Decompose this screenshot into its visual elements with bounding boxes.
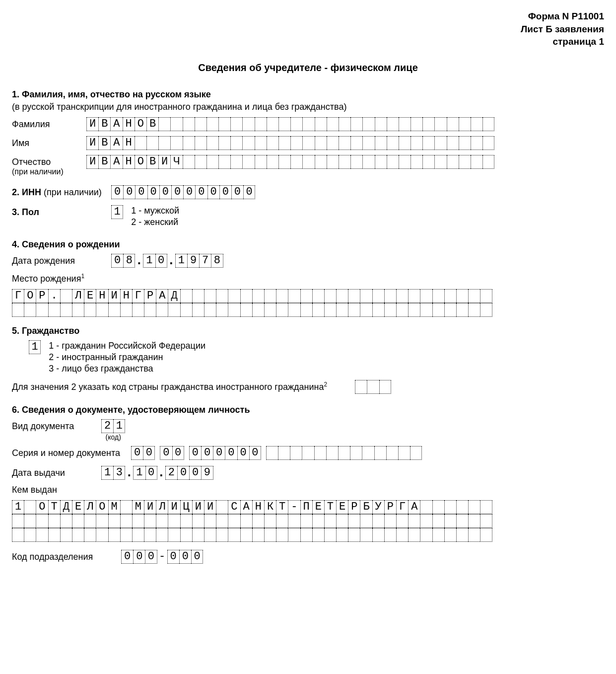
cell[interactable]	[375, 117, 387, 131]
cell[interactable]	[420, 303, 432, 317]
cell[interactable]: 0	[177, 466, 189, 480]
cell[interactable]: 1	[143, 254, 155, 268]
cell[interactable]	[338, 446, 350, 460]
cell[interactable]	[72, 528, 84, 542]
inn-cells[interactable]: 000000000000	[111, 185, 255, 199]
cell[interactable]: 0	[111, 185, 123, 199]
cell[interactable]: 3	[113, 466, 125, 480]
cell[interactable]	[288, 303, 300, 317]
cell[interactable]	[60, 289, 72, 303]
cell[interactable]: 1	[133, 466, 145, 480]
cell[interactable]: Г	[132, 289, 144, 303]
cell[interactable]: 2	[101, 419, 113, 433]
cell[interactable]	[252, 289, 264, 303]
cell[interactable]: У	[372, 500, 384, 514]
cell[interactable]	[302, 446, 314, 460]
cell[interactable]: 0	[167, 550, 179, 564]
cell[interactable]	[315, 117, 327, 131]
cell[interactable]: А	[408, 500, 420, 514]
cell[interactable]	[48, 528, 60, 542]
cell[interactable]: 0	[179, 550, 191, 564]
cell[interactable]: Р	[384, 500, 396, 514]
cell[interactable]	[120, 500, 132, 514]
cell[interactable]	[312, 303, 324, 317]
cell[interactable]	[482, 155, 494, 169]
cell[interactable]	[434, 155, 446, 169]
cell[interactable]: А	[156, 289, 168, 303]
cell[interactable]: Е	[72, 500, 84, 514]
cell[interactable]	[180, 514, 192, 528]
cell[interactable]	[84, 528, 96, 542]
cell[interactable]	[192, 289, 204, 303]
cell[interactable]: Р	[348, 500, 360, 514]
cell[interactable]: 1	[101, 466, 113, 480]
cell[interactable]	[240, 528, 252, 542]
cell[interactable]	[302, 117, 314, 131]
cell[interactable]	[456, 303, 468, 317]
series2-cells[interactable]: 00	[160, 446, 184, 460]
cell[interactable]	[315, 136, 327, 150]
cell[interactable]: 0	[145, 466, 157, 480]
cell[interactable]	[12, 514, 24, 528]
cell[interactable]	[312, 514, 324, 528]
cell[interactable]	[216, 500, 228, 514]
cell[interactable]	[444, 289, 456, 303]
cell[interactable]: 1	[111, 205, 123, 219]
cell[interactable]	[422, 155, 434, 169]
cell[interactable]	[24, 528, 36, 542]
cell[interactable]: В	[98, 136, 110, 150]
cell[interactable]: 0	[207, 185, 219, 199]
cell[interactable]: П	[300, 500, 312, 514]
cell[interactable]	[326, 446, 338, 460]
cell[interactable]: А	[110, 136, 122, 150]
cell[interactable]	[146, 136, 158, 150]
cell[interactable]	[255, 155, 267, 169]
cell[interactable]	[444, 303, 456, 317]
cell[interactable]: 0	[189, 446, 201, 460]
country-code-cells[interactable]	[355, 380, 391, 394]
cell[interactable]: Л	[156, 500, 168, 514]
cell[interactable]	[387, 155, 399, 169]
cell[interactable]: 0	[121, 550, 133, 564]
cell[interactable]	[204, 289, 216, 303]
cell[interactable]: Л	[84, 500, 96, 514]
cell[interactable]	[444, 514, 456, 528]
cell[interactable]	[72, 514, 84, 528]
cell[interactable]	[324, 528, 336, 542]
cell[interactable]	[396, 289, 408, 303]
cell[interactable]	[24, 303, 36, 317]
cell[interactable]	[183, 117, 195, 131]
cell[interactable]	[372, 514, 384, 528]
cell[interactable]	[144, 528, 156, 542]
cell[interactable]: Ч	[170, 155, 182, 169]
cell[interactable]: 0	[171, 185, 183, 199]
cell[interactable]	[355, 380, 367, 394]
cell[interactable]	[267, 117, 278, 131]
cell[interactable]: Л	[72, 289, 84, 303]
surname-cells[interactable]: ИВАНОВ	[86, 117, 494, 131]
cell[interactable]	[302, 136, 314, 150]
cell[interactable]	[387, 136, 399, 150]
cell[interactable]	[379, 380, 391, 394]
dob-day[interactable]: 08	[111, 254, 135, 268]
cell[interactable]: Д	[168, 289, 180, 303]
issue-month[interactable]: 10	[133, 466, 157, 480]
cell[interactable]	[327, 155, 339, 169]
cell[interactable]	[180, 303, 192, 317]
cell[interactable]	[327, 136, 339, 150]
cell[interactable]: .	[48, 289, 60, 303]
cell[interactable]: О	[135, 117, 146, 131]
cell[interactable]: 1	[175, 254, 187, 268]
cell[interactable]	[255, 117, 267, 131]
patronymic-cells[interactable]: ИВАНОВИЧ	[86, 155, 494, 169]
cell[interactable]	[372, 303, 384, 317]
cell[interactable]	[456, 289, 468, 303]
cell[interactable]	[348, 514, 360, 528]
cell[interactable]	[206, 136, 218, 150]
cell[interactable]	[399, 117, 411, 131]
cell[interactable]: 0	[191, 550, 203, 564]
cell[interactable]	[360, 528, 372, 542]
cell[interactable]	[168, 514, 180, 528]
cell[interactable]	[96, 528, 108, 542]
cell[interactable]	[216, 528, 228, 542]
